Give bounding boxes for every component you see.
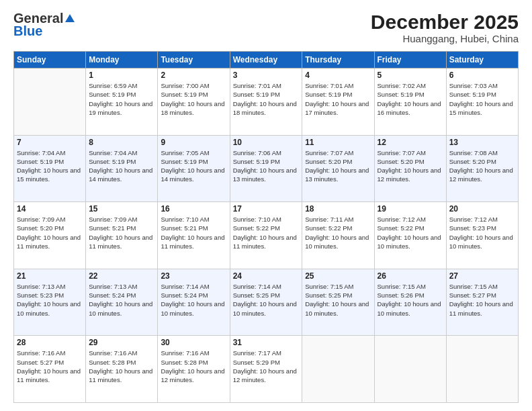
logo: General Blue <box>13 11 77 39</box>
calendar-table: SundayMondayTuesdayWednesdayThursdayFrid… <box>13 51 519 403</box>
day-number: 15 <box>89 204 154 214</box>
day-info: Sunrise: 7:10 AMSunset: 5:21 PMDaylight:… <box>161 215 226 250</box>
day-number: 8 <box>89 138 154 147</box>
day-number: 9 <box>161 138 226 147</box>
day-info: Sunrise: 7:14 AMSunset: 5:25 PMDaylight:… <box>233 282 300 318</box>
calendar-day-header: Tuesday <box>158 52 230 68</box>
calendar-day-cell: 14Sunrise: 7:09 AMSunset: 5:20 PMDayligh… <box>14 202 86 269</box>
day-info: Sunrise: 7:05 AMSunset: 5:19 PMDaylight:… <box>161 148 226 184</box>
logo-blue: Blue <box>13 24 42 39</box>
day-info: Sunrise: 7:01 AMSunset: 5:19 PMDaylight:… <box>305 81 371 117</box>
calendar-day-cell: 20Sunrise: 7:12 AMSunset: 5:23 PMDayligh… <box>446 202 518 269</box>
day-number: 24 <box>233 271 300 281</box>
calendar-day-cell: 29Sunrise: 7:16 AMSunset: 5:28 PMDayligh… <box>86 336 158 403</box>
day-info: Sunrise: 7:16 AMSunset: 5:28 PMDaylight:… <box>161 349 226 384</box>
calendar-day-cell: 1Sunrise: 6:59 AMSunset: 5:19 PMDaylight… <box>86 68 158 136</box>
calendar-week-row: 1Sunrise: 6:59 AMSunset: 5:19 PMDaylight… <box>14 68 519 136</box>
day-number: 20 <box>449 204 515 214</box>
calendar-header-row: SundayMondayTuesdayWednesdayThursdayFrid… <box>14 52 519 68</box>
svg-marker-0 <box>65 14 75 22</box>
calendar-day-cell <box>302 336 374 403</box>
day-info: Sunrise: 7:09 AMSunset: 5:21 PMDaylight:… <box>89 215 154 250</box>
calendar-day-header: Sunday <box>14 52 86 68</box>
day-number: 30 <box>161 338 226 347</box>
calendar-day-cell: 23Sunrise: 7:14 AMSunset: 5:24 PMDayligh… <box>158 269 230 336</box>
calendar-day-cell <box>14 68 86 136</box>
location: Huanggang, Hubei, China <box>371 33 519 44</box>
day-info: Sunrise: 7:13 AMSunset: 5:24 PMDaylight:… <box>89 282 154 318</box>
logo-icon <box>64 13 76 25</box>
day-info: Sunrise: 7:15 AMSunset: 5:27 PMDaylight:… <box>449 282 515 318</box>
day-number: 18 <box>305 204 371 214</box>
day-number: 11 <box>305 138 371 147</box>
calendar-day-cell: 17Sunrise: 7:10 AMSunset: 5:22 PMDayligh… <box>230 202 302 269</box>
calendar-day-cell: 2Sunrise: 7:00 AMSunset: 5:19 PMDaylight… <box>158 68 230 136</box>
day-info: Sunrise: 7:08 AMSunset: 5:20 PMDaylight:… <box>449 148 515 184</box>
day-number: 17 <box>233 204 300 214</box>
day-info: Sunrise: 7:16 AMSunset: 5:28 PMDaylight:… <box>89 349 154 384</box>
calendar-day-cell: 18Sunrise: 7:11 AMSunset: 5:22 PMDayligh… <box>302 202 374 269</box>
day-number: 10 <box>233 138 300 147</box>
calendar-day-header: Wednesday <box>230 52 302 68</box>
calendar-week-row: 7Sunrise: 7:04 AMSunset: 5:19 PMDaylight… <box>14 135 519 202</box>
calendar-day-cell: 11Sunrise: 7:07 AMSunset: 5:20 PMDayligh… <box>302 135 374 202</box>
calendar-day-header: Thursday <box>302 52 374 68</box>
day-info: Sunrise: 7:10 AMSunset: 5:22 PMDaylight:… <box>233 215 300 250</box>
day-info: Sunrise: 7:17 AMSunset: 5:29 PMDaylight:… <box>233 349 300 384</box>
day-info: Sunrise: 7:15 AMSunset: 5:25 PMDaylight:… <box>305 282 371 318</box>
day-number: 16 <box>161 204 226 214</box>
calendar-day-cell: 3Sunrise: 7:01 AMSunset: 5:19 PMDaylight… <box>230 68 302 136</box>
day-number: 19 <box>378 204 443 214</box>
day-info: Sunrise: 7:15 AMSunset: 5:26 PMDaylight:… <box>378 282 443 318</box>
day-info: Sunrise: 7:03 AMSunset: 5:19 PMDaylight:… <box>449 81 515 117</box>
day-info: Sunrise: 7:12 AMSunset: 5:23 PMDaylight:… <box>449 215 515 250</box>
calendar-day-header: Friday <box>374 52 446 68</box>
calendar-day-cell: 21Sunrise: 7:13 AMSunset: 5:23 PMDayligh… <box>14 269 86 336</box>
calendar-day-cell: 22Sunrise: 7:13 AMSunset: 5:24 PMDayligh… <box>86 269 158 336</box>
calendar-day-cell: 28Sunrise: 7:16 AMSunset: 5:27 PMDayligh… <box>14 336 86 403</box>
day-number: 6 <box>449 71 515 80</box>
calendar-day-cell: 26Sunrise: 7:15 AMSunset: 5:26 PMDayligh… <box>374 269 446 336</box>
calendar-day-cell <box>374 336 446 403</box>
calendar-day-cell: 12Sunrise: 7:07 AMSunset: 5:20 PMDayligh… <box>374 135 446 202</box>
calendar-day-cell: 24Sunrise: 7:14 AMSunset: 5:25 PMDayligh… <box>230 269 302 336</box>
day-info: Sunrise: 7:16 AMSunset: 5:27 PMDaylight:… <box>17 349 83 384</box>
day-number: 21 <box>17 271 83 281</box>
calendar-day-cell: 6Sunrise: 7:03 AMSunset: 5:19 PMDaylight… <box>446 68 518 136</box>
day-info: Sunrise: 6:59 AMSunset: 5:19 PMDaylight:… <box>89 81 154 117</box>
header: General Blue December 2025 Huanggang, Hu… <box>13 11 519 44</box>
day-info: Sunrise: 7:04 AMSunset: 5:19 PMDaylight:… <box>17 148 83 184</box>
calendar-day-cell: 27Sunrise: 7:15 AMSunset: 5:27 PMDayligh… <box>446 269 518 336</box>
day-number: 27 <box>449 271 515 281</box>
page: General Blue December 2025 Huanggang, Hu… <box>0 0 532 411</box>
day-info: Sunrise: 7:00 AMSunset: 5:19 PMDaylight:… <box>161 81 226 117</box>
day-info: Sunrise: 7:06 AMSunset: 5:19 PMDaylight:… <box>233 148 300 184</box>
calendar-day-cell: 9Sunrise: 7:05 AMSunset: 5:19 PMDaylight… <box>158 135 230 202</box>
month-title: December 2025 <box>371 11 519 33</box>
day-info: Sunrise: 7:07 AMSunset: 5:20 PMDaylight:… <box>378 148 443 184</box>
day-number: 13 <box>449 138 515 147</box>
day-number: 23 <box>161 271 226 281</box>
day-number: 3 <box>233 71 300 80</box>
calendar-week-row: 14Sunrise: 7:09 AMSunset: 5:20 PMDayligh… <box>14 202 519 269</box>
day-number: 2 <box>161 71 226 80</box>
day-number: 29 <box>89 338 154 347</box>
calendar-week-row: 28Sunrise: 7:16 AMSunset: 5:27 PMDayligh… <box>14 336 519 403</box>
day-info: Sunrise: 7:04 AMSunset: 5:19 PMDaylight:… <box>89 148 154 184</box>
calendar-day-cell <box>446 336 518 403</box>
calendar-day-cell: 7Sunrise: 7:04 AMSunset: 5:19 PMDaylight… <box>14 135 86 202</box>
calendar-day-cell: 13Sunrise: 7:08 AMSunset: 5:20 PMDayligh… <box>446 135 518 202</box>
calendar-day-cell: 8Sunrise: 7:04 AMSunset: 5:19 PMDaylight… <box>86 135 158 202</box>
calendar-day-header: Saturday <box>446 52 518 68</box>
calendar-week-row: 21Sunrise: 7:13 AMSunset: 5:23 PMDayligh… <box>14 269 519 336</box>
day-number: 5 <box>378 71 443 80</box>
calendar-day-cell: 16Sunrise: 7:10 AMSunset: 5:21 PMDayligh… <box>158 202 230 269</box>
calendar-day-cell: 30Sunrise: 7:16 AMSunset: 5:28 PMDayligh… <box>158 336 230 403</box>
day-number: 12 <box>378 138 443 147</box>
day-number: 25 <box>305 271 371 281</box>
day-info: Sunrise: 7:02 AMSunset: 5:19 PMDaylight:… <box>378 81 443 117</box>
day-number: 7 <box>17 138 83 147</box>
day-number: 22 <box>89 271 154 281</box>
calendar-day-cell: 19Sunrise: 7:12 AMSunset: 5:22 PMDayligh… <box>374 202 446 269</box>
day-number: 26 <box>378 271 443 281</box>
